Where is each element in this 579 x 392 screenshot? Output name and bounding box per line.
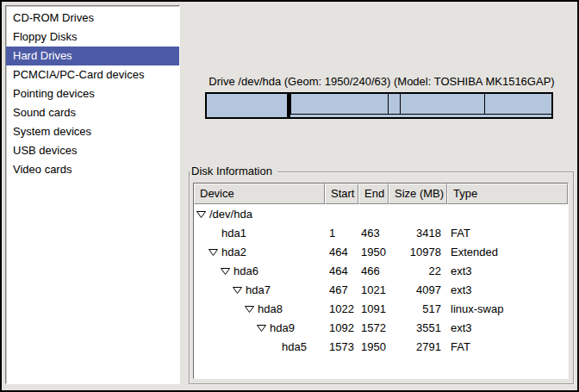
tree-row-hda8[interactable]: hda8 1022 1091 517 linux-swap (194, 299, 568, 318)
device-cell: /dev/hda (209, 208, 252, 221)
size-cell: 3551 (389, 321, 447, 334)
partition-extended-hda2 (289, 94, 551, 117)
expander-open-icon[interactable] (233, 285, 242, 295)
size-cell: 22 (389, 264, 447, 277)
end-cell: 1021 (358, 283, 389, 296)
disk-information-frame: Disk Information Device Start End Size (… (189, 171, 574, 384)
type-cell: Extended (447, 246, 568, 258)
tree-row-hda6[interactable]: hda6 464 466 22 ext3 (194, 261, 568, 280)
tree-row-hda2[interactable]: hda2 464 1950 10978 Extended (194, 242, 568, 261)
size-cell: 517 (389, 302, 447, 315)
end-cell: 1950 (358, 246, 389, 258)
sidebar-item-system-devices[interactable]: System devices (6, 122, 179, 141)
column-header-size[interactable]: Size (MB) (389, 184, 447, 204)
expander-open-icon[interactable] (221, 266, 230, 276)
column-header-type[interactable]: Type (447, 184, 568, 204)
start-cell: 464 (325, 264, 358, 277)
sidebar-item-label: Video cards (13, 163, 72, 176)
type-cell: FAT (447, 340, 568, 353)
device-cell: hda5 (282, 340, 307, 353)
type-cell: ext3 (447, 321, 568, 334)
start-cell: 464 (325, 246, 358, 258)
end-cell: 463 (358, 227, 389, 240)
sidebar-item-usb-devices[interactable]: USB devices (6, 141, 179, 160)
partition-logical-hda9 (401, 94, 485, 115)
hardware-browser-window: CD-ROM Drives Floppy Disks Hard Drives P… (0, 0, 579, 392)
tree-row-dev-hda[interactable]: /dev/hda (194, 204, 568, 223)
expander-open-icon[interactable] (196, 209, 206, 219)
device-cell: hda2 (221, 246, 246, 258)
disk-table: Device Start End Size (MB) Type /dev/hda (193, 183, 569, 379)
start-cell: 1022 (325, 302, 358, 315)
sidebar-item-label: CD-ROM Drives (13, 11, 94, 24)
partition-segment-hda1 (207, 94, 289, 117)
sidebar-item-pointing-devices[interactable]: Pointing devices (6, 84, 179, 103)
end-cell: 1950 (358, 340, 389, 353)
start-cell: 1092 (325, 321, 358, 334)
size-cell: 10978 (389, 246, 447, 258)
sidebar-item-label: Sound cards (13, 106, 76, 119)
start-cell: 1 (325, 227, 358, 240)
sidebar-item-floppy-disks[interactable]: Floppy Disks (6, 28, 179, 47)
drive-title: Drive /dev/hda (Geom: 1950/240/63) (Mode… (190, 75, 574, 88)
tree-row-hda9[interactable]: hda9 1092 1572 3551 ext3 (194, 318, 568, 337)
partition-logical-hda7 (291, 94, 389, 115)
partition-logical-hda8 (389, 94, 401, 115)
sidebar-item-pcmcia-devices[interactable]: PCMCIA/PC-Card devices (6, 65, 179, 84)
column-header-start[interactable]: Start (325, 184, 358, 204)
sidebar-item-cdrom-drives[interactable]: CD-ROM Drives (6, 9, 179, 28)
device-cell: hda7 (246, 283, 271, 296)
partition-bar (205, 92, 553, 119)
type-cell: ext3 (447, 283, 568, 296)
device-category-list: CD-ROM Drives Floppy Disks Hard Drives P… (5, 5, 180, 384)
device-cell: hda9 (270, 321, 295, 334)
end-cell: 1091 (358, 302, 389, 315)
expander-open-icon[interactable] (209, 247, 218, 257)
type-cell: linux-swap (447, 302, 568, 315)
device-cell: hda1 (221, 227, 246, 240)
sidebar-item-sound-cards[interactable]: Sound cards (6, 103, 179, 122)
disk-table-header: Device Start End Size (MB) Type (194, 184, 568, 204)
type-cell: FAT (447, 227, 568, 240)
sidebar-item-label: Floppy Disks (13, 30, 77, 43)
device-cell: hda8 (258, 302, 283, 315)
sidebar-item-label: PCMCIA/PC-Card devices (13, 68, 144, 81)
column-header-end[interactable]: End (358, 184, 389, 204)
partition-logical-hda5 (485, 94, 551, 115)
disk-information-label: Disk Information (190, 165, 277, 177)
size-cell: 2791 (389, 340, 447, 353)
tree-row-hda1[interactable]: hda1 1 463 3418 FAT (194, 223, 568, 242)
column-header-device[interactable]: Device (194, 184, 325, 204)
tree-row-hda7[interactable]: hda7 467 1021 4097 ext3 (194, 280, 568, 299)
start-cell: 467 (325, 283, 358, 296)
sidebar-item-hard-drives[interactable]: Hard Drives (6, 47, 179, 65)
sidebar-item-label: Hard Drives (13, 49, 72, 62)
sidebar-item-label: System devices (13, 125, 91, 138)
start-cell: 1573 (325, 340, 358, 353)
sidebar-item-label: Pointing devices (13, 87, 95, 100)
tree-row-hda5[interactable]: hda5 1573 1950 2791 FAT (194, 337, 568, 356)
end-cell: 1572 (358, 321, 389, 334)
type-cell: ext3 (447, 264, 568, 277)
device-cell: hda6 (233, 264, 258, 277)
sidebar-item-video-cards[interactable]: Video cards (6, 160, 179, 179)
end-cell: 466 (358, 264, 389, 277)
sidebar-item-label: USB devices (13, 144, 77, 157)
expander-open-icon[interactable] (245, 304, 254, 314)
expander-open-icon[interactable] (257, 323, 266, 333)
size-cell: 4097 (389, 283, 447, 296)
size-cell: 3418 (389, 227, 447, 240)
